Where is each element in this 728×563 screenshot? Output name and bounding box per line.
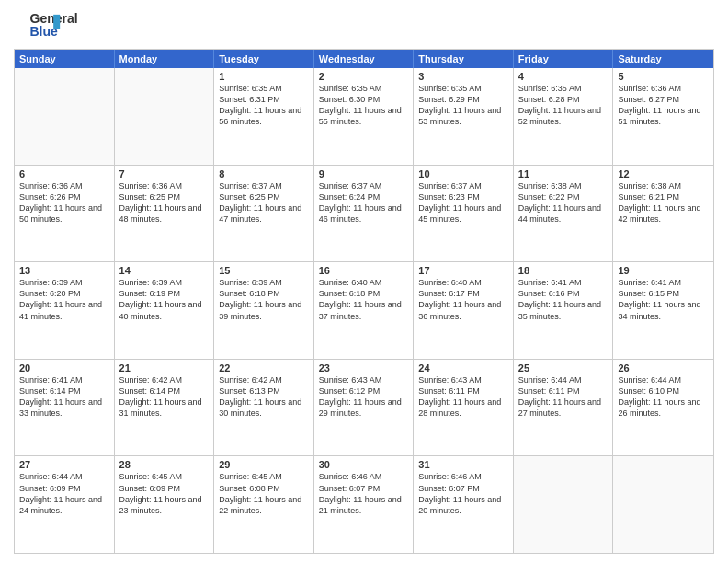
day-number: 8 <box>219 168 309 179</box>
sunrise-text: Sunrise: 6:37 AM <box>418 180 508 191</box>
day-cell-3: 3Sunrise: 6:35 AMSunset: 6:29 PMDaylight… <box>414 68 514 165</box>
sunset-text: Sunset: 6:09 PM <box>119 483 210 494</box>
day-cell-4: 4Sunrise: 6:35 AMSunset: 6:28 PMDaylight… <box>514 68 614 165</box>
day-cell-30: 30Sunrise: 6:46 AMSunset: 6:07 PMDayligh… <box>314 456 415 553</box>
calendar-row-2: 13Sunrise: 6:39 AMSunset: 6:20 PMDayligh… <box>15 261 713 359</box>
sunrise-text: Sunrise: 6:37 AM <box>319 180 409 191</box>
daylight-text: Daylight: 11 hours and 47 minutes. <box>219 202 309 224</box>
sunrise-text: Sunrise: 6:35 AM <box>219 83 309 94</box>
day-number: 1 <box>219 71 309 82</box>
day-cell-23: 23Sunrise: 6:43 AMSunset: 6:12 PMDayligh… <box>314 360 415 456</box>
day-number: 9 <box>319 168 409 179</box>
day-cell-2: 2Sunrise: 6:35 AMSunset: 6:30 PMDaylight… <box>314 68 415 165</box>
daylight-text: Daylight: 11 hours and 27 minutes. <box>518 396 609 419</box>
sunrise-text: Sunrise: 6:43 AM <box>418 374 508 385</box>
sunrise-text: Sunrise: 6:46 AM <box>319 471 409 482</box>
day-cell-13: 13Sunrise: 6:39 AMSunset: 6:20 PMDayligh… <box>15 262 115 359</box>
day-cell-9: 9Sunrise: 6:37 AMSunset: 6:24 PMDaylight… <box>314 166 415 262</box>
header-day-sunday: Sunday <box>15 50 115 68</box>
header-day-tuesday: Tuesday <box>214 50 314 68</box>
sunset-text: Sunset: 6:27 PM <box>618 94 709 105</box>
day-number: 14 <box>119 265 210 276</box>
day-cell-26: 26Sunrise: 6:44 AMSunset: 6:10 PMDayligh… <box>613 360 713 456</box>
day-cell-15: 15Sunrise: 6:39 AMSunset: 6:18 PMDayligh… <box>214 262 314 359</box>
sunset-text: Sunset: 6:28 PM <box>518 94 609 105</box>
day-cell-20: 20Sunrise: 6:41 AMSunset: 6:14 PMDayligh… <box>15 360 115 456</box>
sunrise-text: Sunrise: 6:41 AM <box>518 277 609 288</box>
sunset-text: Sunset: 6:17 PM <box>418 288 508 299</box>
day-cell-19: 19Sunrise: 6:41 AMSunset: 6:15 PMDayligh… <box>613 262 713 359</box>
sunset-text: Sunset: 6:13 PM <box>219 385 309 396</box>
sunrise-text: Sunrise: 6:43 AM <box>319 374 409 385</box>
calendar: SundayMondayTuesdayWednesdayThursdayFrid… <box>14 49 714 554</box>
sunset-text: Sunset: 6:21 PM <box>618 191 709 202</box>
calendar-row-4: 27Sunrise: 6:44 AMSunset: 6:09 PMDayligh… <box>15 455 713 553</box>
day-cell-6: 6Sunrise: 6:36 AMSunset: 6:26 PMDaylight… <box>15 166 115 262</box>
calendar-row-1: 6Sunrise: 6:36 AMSunset: 6:26 PMDaylight… <box>15 165 713 262</box>
daylight-text: Daylight: 11 hours and 50 minutes. <box>19 202 109 224</box>
day-cell-28: 28Sunrise: 6:45 AMSunset: 6:09 PMDayligh… <box>115 456 215 553</box>
day-number: 15 <box>219 265 309 276</box>
sunset-text: Sunset: 6:07 PM <box>418 483 508 494</box>
sunrise-text: Sunrise: 6:45 AM <box>219 471 309 482</box>
day-cell-17: 17Sunrise: 6:40 AMSunset: 6:17 PMDayligh… <box>414 262 514 359</box>
daylight-text: Daylight: 11 hours and 41 minutes. <box>19 299 109 321</box>
day-cell-16: 16Sunrise: 6:40 AMSunset: 6:18 PMDayligh… <box>314 262 415 359</box>
sunrise-text: Sunrise: 6:45 AM <box>119 471 210 482</box>
day-number: 11 <box>518 168 609 179</box>
day-cell-10: 10Sunrise: 6:37 AMSunset: 6:23 PMDayligh… <box>414 166 514 262</box>
sunset-text: Sunset: 6:11 PM <box>418 385 508 396</box>
day-cell-5: 5Sunrise: 6:36 AMSunset: 6:27 PMDaylight… <box>613 68 713 165</box>
header-day-wednesday: Wednesday <box>314 50 415 68</box>
day-cell-7: 7Sunrise: 6:36 AMSunset: 6:25 PMDaylight… <box>115 166 215 262</box>
daylight-text: Daylight: 11 hours and 31 minutes. <box>119 396 210 419</box>
day-number: 10 <box>418 168 508 179</box>
sunset-text: Sunset: 6:10 PM <box>618 385 709 396</box>
sunset-text: Sunset: 6:08 PM <box>219 483 309 494</box>
sunrise-text: Sunrise: 6:39 AM <box>19 277 109 288</box>
daylight-text: Daylight: 11 hours and 55 minutes. <box>319 105 409 127</box>
daylight-text: Daylight: 11 hours and 24 minutes. <box>19 494 109 516</box>
sunrise-text: Sunrise: 6:35 AM <box>418 83 508 94</box>
sunset-text: Sunset: 6:07 PM <box>319 483 409 494</box>
day-number: 12 <box>618 168 709 179</box>
daylight-text: Daylight: 11 hours and 56 minutes. <box>219 105 309 127</box>
daylight-text: Daylight: 11 hours and 46 minutes. <box>319 202 409 224</box>
day-cell-11: 11Sunrise: 6:38 AMSunset: 6:22 PMDayligh… <box>514 166 614 262</box>
day-number: 21 <box>119 362 210 373</box>
day-cell-24: 24Sunrise: 6:43 AMSunset: 6:11 PMDayligh… <box>414 360 514 456</box>
day-cell-29: 29Sunrise: 6:45 AMSunset: 6:08 PMDayligh… <box>214 456 314 553</box>
page-header: General Blue <box>14 9 714 41</box>
day-number: 6 <box>19 168 109 179</box>
daylight-text: Daylight: 11 hours and 28 minutes. <box>418 396 508 419</box>
sunset-text: Sunset: 6:20 PM <box>19 288 109 299</box>
day-number: 2 <box>319 71 409 82</box>
sunrise-text: Sunrise: 6:42 AM <box>219 374 309 385</box>
sunset-text: Sunset: 6:31 PM <box>219 94 309 105</box>
sunset-text: Sunset: 6:16 PM <box>518 288 609 299</box>
day-cell-31: 31Sunrise: 6:46 AMSunset: 6:07 PMDayligh… <box>414 456 514 553</box>
daylight-text: Daylight: 11 hours and 33 minutes. <box>19 396 109 419</box>
sunrise-text: Sunrise: 6:44 AM <box>518 374 609 385</box>
sunset-text: Sunset: 6:14 PM <box>19 385 109 396</box>
sunrise-text: Sunrise: 6:36 AM <box>618 83 709 94</box>
day-number: 5 <box>618 71 709 82</box>
day-cell-12: 12Sunrise: 6:38 AMSunset: 6:21 PMDayligh… <box>613 166 713 262</box>
calendar-row-0: 1Sunrise: 6:35 AMSunset: 6:31 PMDaylight… <box>15 68 713 165</box>
empty-cell <box>115 68 215 165</box>
daylight-text: Daylight: 11 hours and 52 minutes. <box>518 105 609 127</box>
sunset-text: Sunset: 6:29 PM <box>418 94 508 105</box>
calendar-header-row: SundayMondayTuesdayWednesdayThursdayFrid… <box>15 50 713 68</box>
sunset-text: Sunset: 6:22 PM <box>518 191 609 202</box>
sunset-text: Sunset: 6:18 PM <box>319 288 409 299</box>
sunset-text: Sunset: 6:30 PM <box>319 94 409 105</box>
sunrise-text: Sunrise: 6:41 AM <box>618 277 709 288</box>
sunset-text: Sunset: 6:25 PM <box>119 191 210 202</box>
header-day-saturday: Saturday <box>613 50 713 68</box>
day-number: 13 <box>19 265 109 276</box>
daylight-text: Daylight: 11 hours and 48 minutes. <box>119 202 210 224</box>
empty-cell <box>613 456 713 553</box>
day-number: 30 <box>319 459 409 470</box>
day-number: 31 <box>418 459 508 470</box>
sunset-text: Sunset: 6:15 PM <box>618 288 709 299</box>
